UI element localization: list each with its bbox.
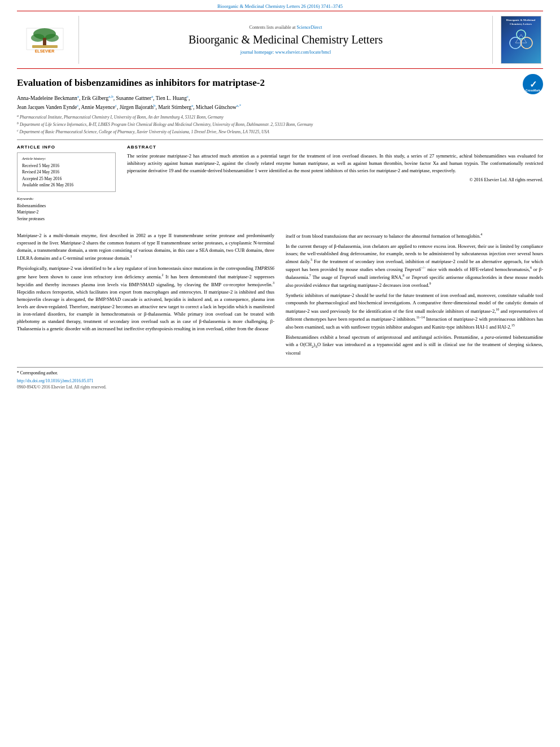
svg-text:✓: ✓ bbox=[530, 80, 537, 89]
article-info-column: Article Info Article history: Received 5… bbox=[17, 145, 116, 222]
copyright-line: © 2016 Elsevier Ltd. All rights reserved… bbox=[127, 177, 543, 182]
author-5: Jean Jacques Vanden Eyndec bbox=[17, 104, 78, 110]
article-content: ✓ CrossMark Evaluation of bisbenzamidine… bbox=[17, 69, 543, 360]
body-para-1: Matriptase-2 is a multi-domain enzyme, f… bbox=[17, 232, 274, 263]
journal-header: ELSEVIER Contents lists available at Sci… bbox=[17, 11, 543, 69]
author-9: Michael Gütschowa,* bbox=[196, 104, 241, 110]
article-title: Evaluation of bisbenzamidines as inhibit… bbox=[17, 77, 543, 89]
online-date: Available online 26 May 2016 bbox=[22, 182, 111, 188]
footer-bottom: http://dx.doi.org/10.1016/j.bmcl.2016.05… bbox=[17, 378, 543, 390]
contents-text: Contents lists available at bbox=[250, 25, 296, 30]
sciencedirect-link[interactable]: ScienceDirect bbox=[297, 25, 322, 30]
authors-line: Anna-Madeleine Beckmanna, Erik Gilberga,… bbox=[17, 94, 543, 111]
journal-citation-bar: Bioorganic & Medicinal Chemistry Letters… bbox=[0, 0, 560, 11]
article-dates-box: Article history: Received 5 May 2016 Rev… bbox=[17, 152, 116, 192]
crossmark-badge[interactable]: ✓ CrossMark bbox=[523, 74, 543, 94]
abstract-column: Abstract The serine protease matriptase-… bbox=[127, 145, 543, 222]
thumbnail-journal-title: Bioorganic & Medicinal Chemistry Letters bbox=[504, 19, 539, 26]
svg-point-2 bbox=[31, 34, 45, 42]
separator bbox=[17, 139, 543, 140]
body-para-5: Synthetic inhibitors of matriptase-2 sho… bbox=[286, 292, 543, 330]
received-date: Received 5 May 2016 bbox=[22, 163, 111, 169]
keyword-3: Serine proteases bbox=[17, 216, 116, 222]
journal-citation-text: Bioorganic & Medicinal Chemistry Letters… bbox=[217, 3, 343, 9]
contents-line: Contents lists available at ScienceDirec… bbox=[250, 25, 322, 30]
info-abstract-section: Article Info Article history: Received 5… bbox=[17, 145, 543, 222]
keywords-label: Keywords: bbox=[17, 196, 116, 201]
body-para-6: Bisbenzamidines exhibit a broad spectrum… bbox=[286, 334, 543, 357]
journal-header-center: Contents lists available at ScienceDirec… bbox=[79, 16, 492, 64]
body-column-1: Matriptase-2 is a multi-domain enzyme, f… bbox=[17, 232, 274, 360]
author-2: Erik Gilberga,b bbox=[82, 95, 113, 101]
svg-rect-4 bbox=[43, 38, 46, 46]
svg-text:CrossMark: CrossMark bbox=[526, 89, 540, 92]
article-title-section: ✓ CrossMark Evaluation of bisbenzamidine… bbox=[17, 77, 543, 89]
author-8: Marit Stirnberga bbox=[158, 104, 193, 110]
doi-link[interactable]: http://dx.doi.org/10.1016/j.bmcl.2016.05… bbox=[17, 378, 543, 383]
elsevier-logo-svg: ELSEVIER bbox=[24, 25, 66, 55]
body-para-3: itself or from blood transfusions that a… bbox=[286, 232, 543, 240]
keywords-section: Keywords: Bisbenzamidines Matriptase-2 S… bbox=[17, 196, 116, 222]
author-4: Tien L. Huangc bbox=[156, 95, 189, 101]
journal-thumbnail-section: Bioorganic & Medicinal Chemistry Letters bbox=[492, 16, 543, 64]
affiliations: a Pharmaceutical Institute, Pharmaceutic… bbox=[17, 113, 543, 135]
journal-homepage-label: journal homepage: bbox=[240, 50, 275, 55]
journal-homepage-url[interactable]: www.elsevier.com/locate/bmcl bbox=[275, 50, 331, 55]
author-1: Anna-Madeleine Beckmanna bbox=[17, 95, 79, 101]
svg-point-3 bbox=[45, 34, 59, 42]
abstract-paragraph: The serine protease matriptase-2 has att… bbox=[127, 152, 543, 174]
author-6: Annie Mayencec bbox=[81, 104, 117, 110]
journal-thumbnail: Bioorganic & Medicinal Chemistry Letters bbox=[501, 16, 541, 64]
crossmark-icon[interactable]: ✓ CrossMark bbox=[523, 74, 543, 94]
abstract-heading: Abstract bbox=[127, 145, 543, 150]
body-para-2: Physiologically, matriptase-2 was identi… bbox=[17, 265, 274, 333]
issn-line: 0960-894X/© 2016 Elsevier Ltd. All right… bbox=[17, 385, 543, 390]
footer-section: * Corresponding author. bbox=[17, 367, 543, 375]
accepted-date: Accepted 25 May 2016 bbox=[22, 176, 111, 182]
author-7: Jürgen Bajorathb bbox=[120, 104, 156, 110]
svg-rect-5 bbox=[32, 45, 58, 48]
body-text-section: Matriptase-2 is a multi-domain enzyme, f… bbox=[17, 232, 543, 360]
svg-text:ELSEVIER: ELSEVIER bbox=[35, 49, 55, 53]
body-column-2: itself or from blood transfusions that a… bbox=[286, 232, 543, 360]
body-para-4: In the current therapy of β-thalassemia,… bbox=[286, 243, 543, 289]
article-history-label: Article history: bbox=[22, 156, 111, 161]
revised-date: Revised 24 May 2016 bbox=[22, 169, 111, 175]
page: Bioorganic & Medicinal Chemistry Letters… bbox=[0, 0, 560, 747]
article-info-heading: Article Info bbox=[17, 145, 116, 150]
abstract-text: The serine protease matriptase-2 has att… bbox=[127, 152, 543, 174]
journal-title: Bioorganic & Medicinal Chemistry Letters bbox=[189, 33, 383, 46]
thumbnail-cover-art bbox=[504, 26, 538, 57]
author-3: Susanne Gattnera bbox=[116, 95, 153, 101]
keyword-2: Matriptase-2 bbox=[17, 209, 116, 215]
keyword-1: Bisbenzamidines bbox=[17, 203, 116, 209]
corresponding-author-note: * Corresponding author. bbox=[17, 370, 543, 375]
elsevier-logo: ELSEVIER bbox=[24, 25, 66, 55]
journal-homepage: journal homepage: www.elsevier.com/locat… bbox=[240, 50, 331, 55]
elsevier-logo-section: ELSEVIER bbox=[17, 16, 79, 64]
